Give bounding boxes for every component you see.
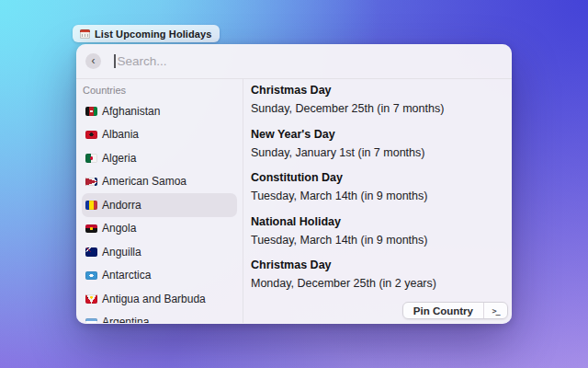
- pin-country-label: Pin Country: [403, 303, 483, 318]
- holiday-title: New Year's Day: [251, 128, 503, 141]
- countries-section-header: Countries: [76, 85, 243, 99]
- shortcut-key-icon[interactable]: >_: [484, 303, 507, 318]
- list-item-andorra-selected[interactable]: Andorra: [82, 193, 237, 217]
- back-chevron-icon: ‹: [92, 55, 96, 66]
- back-button[interactable]: ‹: [85, 53, 101, 69]
- raycast-window: ‹ Countries Afghanistan Albania Algeria …: [76, 44, 512, 324]
- desktop-background: { "launcher_tag": { "label": "List Upcom…: [0, 0, 588, 368]
- list-item-american-samoa[interactable]: American Samoa: [82, 170, 237, 194]
- content-split: Countries Afghanistan Albania Algeria Am…: [76, 79, 512, 323]
- holiday-title: Christmas Day: [251, 259, 503, 271]
- list-item-algeria[interactable]: Algeria: [82, 146, 237, 170]
- list-item-label: Anguilla: [102, 246, 141, 259]
- list-item-afghanistan[interactable]: Afghanistan: [82, 99, 237, 123]
- holiday-title: National Holiday: [251, 215, 503, 228]
- holiday-entry: Constitution Day Tuesday, March 14th (in…: [251, 171, 503, 202]
- holiday-date: Tuesday, March 14th (in 9 months): [251, 190, 503, 202]
- holiday-date: Sunday, January 1st (in 7 months): [251, 146, 503, 159]
- search-input[interactable]: [116, 54, 503, 68]
- pin-country-button[interactable]: Pin Country >_: [402, 302, 508, 319]
- calendar-icon: [80, 29, 90, 39]
- list-item-antigua-and-barbuda[interactable]: Antigua and Barbuda: [82, 287, 237, 311]
- holiday-date: Sunday, December 25th (in 7 months): [251, 102, 503, 115]
- list-item-argentina[interactable]: Argentina: [82, 311, 237, 324]
- list-item-antarctica[interactable]: Antarctica: [82, 264, 237, 288]
- afghanistan-flag-icon: [85, 107, 97, 116]
- list-item-label: Antigua and Barbuda: [102, 293, 206, 305]
- launcher-tag[interactable]: List Upcoming Holidays: [73, 25, 220, 42]
- list-item-label: Angola: [102, 222, 136, 235]
- list-item-albania[interactable]: Albania: [82, 123, 237, 147]
- argentina-flag-icon: [85, 318, 97, 324]
- holiday-date: Monday, December 25th (in 2 years): [251, 277, 503, 290]
- list-item-label: American Samoa: [102, 175, 187, 188]
- countries-list-panel: Countries Afghanistan Albania Algeria Am…: [76, 79, 243, 323]
- search-bar: ‹: [76, 44, 512, 79]
- list-item-anguilla[interactable]: Anguilla: [82, 240, 237, 264]
- holiday-entry: National Holiday Tuesday, March 14th (in…: [251, 215, 503, 247]
- anguilla-flag-icon: [85, 247, 97, 257]
- list-item-angola[interactable]: Angola: [82, 217, 237, 241]
- list-item-label: Argentina: [102, 316, 149, 323]
- holiday-date: Tuesday, March 14th (in 9 months): [251, 234, 503, 247]
- holiday-title: Constitution Day: [251, 171, 503, 184]
- angola-flag-icon: [85, 224, 97, 234]
- list-item-label: Albania: [102, 128, 139, 141]
- list-item-label: Andorra: [102, 199, 141, 212]
- list-item-label: Algeria: [102, 152, 136, 165]
- andorra-flag-icon: [85, 201, 97, 210]
- holiday-detail-panel: Christmas Day Sunday, December 25th (in …: [243, 79, 512, 323]
- holiday-entry: Christmas Day Sunday, December 25th (in …: [251, 84, 503, 115]
- holiday-title: Christmas Day: [251, 84, 503, 97]
- algeria-flag-icon: [85, 154, 97, 163]
- american-samoa-flag-icon: [85, 178, 97, 187]
- holiday-entry: New Year's Day Sunday, January 1st (in 7…: [251, 128, 503, 159]
- list-item-label: Afghanistan: [102, 105, 160, 118]
- albania-flag-icon: [85, 131, 97, 140]
- holiday-entry: Christmas Day Monday, December 25th (in …: [251, 259, 503, 290]
- launcher-tag-label: List Upcoming Holidays: [95, 29, 212, 40]
- antigua-and-barbuda-flag-icon: [85, 294, 97, 304]
- antarctica-flag-icon: [85, 271, 97, 281]
- list-item-label: Antarctica: [102, 269, 151, 282]
